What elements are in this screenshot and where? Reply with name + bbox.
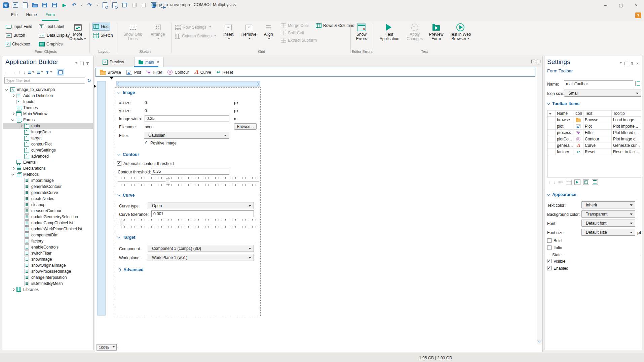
tab-preview[interactable]: Preview bbox=[99, 57, 128, 67]
tree-item-target[interactable]: target bbox=[3, 135, 93, 141]
panel-menu-icon[interactable] bbox=[619, 62, 622, 65]
grid-column-header[interactable] bbox=[116, 81, 260, 87]
italic-checkbox[interactable] bbox=[547, 245, 552, 250]
tree-item-updateworkplanechoicelist[interactable]: updateWorkPlaneChoiceList bbox=[3, 226, 93, 232]
section-curve[interactable]: Curve bbox=[118, 193, 135, 198]
scroll-down-icon[interactable] bbox=[537, 338, 541, 342]
forward-icon[interactable]: → bbox=[11, 70, 16, 75]
auto-contour-threshold-checkbox[interactable] bbox=[117, 161, 121, 166]
tree-item-contourplot[interactable]: contourPlot bbox=[3, 141, 93, 147]
vertical-scrollbar[interactable] bbox=[537, 67, 542, 344]
component-select[interactable]: Component 1 (comp1) (3D) bbox=[148, 245, 254, 252]
tab-file[interactable]: File bbox=[7, 10, 21, 21]
filter-toolbar-button[interactable]: Filter bbox=[147, 70, 162, 75]
tree-item-createnodes[interactable]: createNodes bbox=[3, 196, 93, 202]
tree-item-themes[interactable]: Themes bbox=[3, 105, 93, 111]
test-application-button[interactable]: Test Application bbox=[377, 22, 402, 41]
section-target[interactable]: Target bbox=[118, 235, 135, 240]
maximize-button[interactable]: ▢ bbox=[613, 0, 629, 10]
font-select[interactable]: Default font bbox=[581, 220, 635, 227]
reset-toolbar-button[interactable]: ↩Reset bbox=[217, 70, 233, 75]
redo-icon[interactable]: ↷ bbox=[86, 2, 92, 8]
close-tab-icon[interactable]: × bbox=[157, 60, 159, 65]
preview-form-button[interactable]: Preview Form bbox=[426, 22, 446, 41]
icon-size-select[interactable]: Small bbox=[564, 90, 641, 97]
expand-all-button[interactable]: ↑ bbox=[28, 70, 34, 74]
tree-item-isdefinedbymesh[interactable]: isDefinedByMesh bbox=[3, 281, 93, 287]
expander-icon[interactable] bbox=[11, 111, 15, 116]
tree-item-root[interactable]: Aimage_to_curve.mph bbox=[3, 87, 93, 93]
new-file-icon[interactable] bbox=[22, 2, 28, 8]
contour-threshold-input[interactable]: 0.35 bbox=[151, 168, 229, 175]
tree-item-showoriginalimage[interactable]: showOriginalImage bbox=[3, 262, 93, 268]
section-toolbar-items[interactable]: Toolbar Items bbox=[547, 101, 579, 106]
editor-float-icon[interactable] bbox=[537, 60, 540, 63]
expander-icon[interactable] bbox=[5, 87, 9, 92]
find-icon[interactable] bbox=[102, 2, 108, 8]
close-button[interactable]: × bbox=[629, 0, 644, 10]
add-toggle-item-icon[interactable] bbox=[574, 179, 580, 185]
move-down-icon[interactable]: ↓ bbox=[24, 70, 26, 75]
tree-item-forms[interactable]: Forms bbox=[3, 117, 93, 123]
move-up-icon[interactable]: ↑ bbox=[18, 70, 21, 75]
panel-menu-icon[interactable] bbox=[75, 62, 78, 65]
tree-item-changeinterpolation[interactable]: changeInterpolation bbox=[3, 274, 93, 281]
expander-icon[interactable] bbox=[11, 118, 15, 122]
table-row[interactable]: process Filter Plot filtered i... bbox=[547, 130, 641, 136]
table-row[interactable]: plotCo... Contour Plot image c... bbox=[547, 136, 641, 142]
contour-toolbar-button[interactable]: Contour bbox=[167, 70, 189, 75]
tree-item-declarations[interactable]: Declarations bbox=[3, 165, 93, 171]
show-errors-button[interactable]: Show Errors bbox=[353, 22, 370, 41]
browse-file-button[interactable]: Browse... bbox=[234, 123, 257, 130]
tree-item-generatecontour[interactable]: generateContour bbox=[3, 184, 93, 190]
tab-form[interactable]: Form bbox=[42, 10, 59, 21]
section-image[interactable]: Image bbox=[118, 90, 135, 95]
scroll-left-icon[interactable]: ‹ bbox=[117, 345, 119, 350]
positive-image-checkbox[interactable] bbox=[144, 141, 148, 145]
rename-button[interactable] bbox=[635, 81, 641, 86]
tree-item-cleanup[interactable]: cleanup bbox=[3, 202, 93, 208]
curve-tolerance-slider[interactable] bbox=[118, 223, 259, 223]
button-button[interactable]: OKButton bbox=[5, 32, 33, 39]
tree-item-main[interactable]: main bbox=[3, 123, 93, 129]
visible-checkbox[interactable] bbox=[547, 259, 552, 263]
curve-tolerance-input[interactable]: 0.001 bbox=[151, 210, 254, 217]
name-input[interactable]: mainToolbar bbox=[564, 80, 633, 87]
browse-toolbar-button[interactable]: Browse bbox=[100, 70, 121, 75]
tree-item-componentdim[interactable]: componentDim bbox=[3, 232, 93, 238]
enabled-checkbox[interactable] bbox=[547, 266, 552, 270]
curve-toolbar-button[interactable]: ΛCurve bbox=[194, 70, 211, 75]
graphics-button[interactable]: Graphics bbox=[38, 40, 71, 48]
filter-menu-button[interactable] bbox=[46, 70, 52, 74]
copy-icon[interactable] bbox=[121, 2, 127, 8]
section-contour[interactable]: Contour bbox=[118, 152, 139, 157]
add-separator-item-icon[interactable] bbox=[592, 179, 598, 185]
tree-item-showimage[interactable]: showImage bbox=[3, 256, 93, 262]
section-appearance[interactable]: Appearance bbox=[547, 192, 576, 197]
expander-icon[interactable] bbox=[11, 172, 15, 177]
tree-item-updatecompchoicelist[interactable]: updateCompChoiceList bbox=[3, 220, 93, 226]
model-wizard-icon[interactable] bbox=[12, 2, 18, 8]
plot-toolbar-button[interactable]: Plot bbox=[126, 70, 141, 75]
tree-item-inputs[interactable]: Inputs bbox=[3, 99, 93, 105]
show-in-settings-toggle[interactable] bbox=[57, 69, 64, 75]
undo-icon[interactable]: ↶ bbox=[71, 2, 77, 8]
grid-toggle-button[interactable]: Grid bbox=[92, 23, 110, 31]
table-row[interactable]: plot Plot Plot importe... bbox=[547, 123, 641, 130]
tree-item-importimage[interactable]: importImage bbox=[3, 177, 93, 184]
undo-menu-icon[interactable] bbox=[81, 5, 83, 7]
table-row[interactable]: factory ↩ Reset Reset to fact... bbox=[547, 149, 641, 155]
tree-item-generatecurve[interactable]: generateCurve bbox=[3, 190, 93, 196]
add-checkbox-item-icon[interactable] bbox=[583, 179, 589, 185]
tree-item-measurecontour[interactable]: measureContour bbox=[3, 208, 93, 214]
work-plane-select[interactable]: Work Plane 1 (wp1) bbox=[148, 254, 254, 261]
tree-item-advanced[interactable]: advanced bbox=[3, 153, 93, 159]
panel-maximize-icon[interactable] bbox=[80, 62, 84, 65]
expander-icon[interactable] bbox=[11, 93, 15, 98]
panel-pin-icon[interactable] bbox=[87, 62, 88, 65]
panel-pin-icon[interactable] bbox=[632, 62, 633, 65]
tree-item-updategeometryselection[interactable]: updateGeometrySelection bbox=[3, 214, 93, 220]
expand-columns-icon[interactable]: ▸▸ bbox=[547, 110, 556, 117]
text-label-button[interactable]: TText Label bbox=[38, 23, 71, 30]
background-color-select[interactable]: Transparent bbox=[581, 210, 635, 218]
